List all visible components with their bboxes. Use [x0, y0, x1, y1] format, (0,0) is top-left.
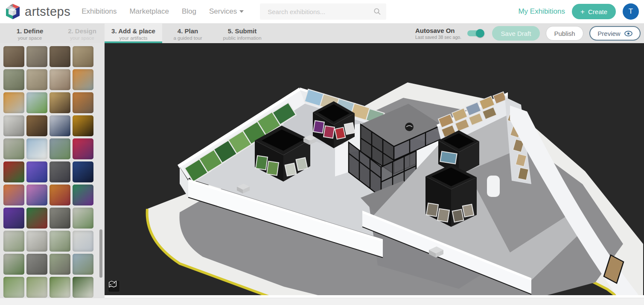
artifact-thumbnail-purple-bridge[interactable]: [3, 208, 24, 229]
artifact-thumbnail-auditorium-warm[interactable]: [26, 115, 47, 136]
artifact-thumbnail-orange-structure[interactable]: [73, 92, 93, 113]
artifact-thumbnail-stone-column[interactable]: [26, 46, 47, 67]
artifact-thumbnail-ornate-wall[interactable]: [50, 69, 70, 90]
artifact-thumbnail-christmas-lights[interactable]: [50, 185, 70, 205]
artifact-thumbnail-fountain-gray[interactable]: [50, 208, 70, 229]
brand-name: artsteps: [25, 5, 70, 19]
save-draft-button[interactable]: Save Draft: [492, 26, 540, 41]
viewport-bottom-gap: [105, 295, 644, 298]
artifact-thumbnail-marble-statue-4[interactable]: [73, 231, 93, 252]
step-define[interactable]: 1. Define your space: [0, 23, 60, 43]
artifact-thumbnail-park-sculpture[interactable]: [26, 277, 47, 298]
artifact-thumbnail-stone-sculpture[interactable]: [26, 254, 47, 275]
step-submit[interactable]: 5. Submit public information: [213, 23, 271, 43]
user-avatar[interactable]: T: [623, 3, 639, 20]
sidebar-scrollbar[interactable]: [99, 229, 102, 278]
artifact-thumbnail-park-statues[interactable]: [3, 277, 24, 298]
artifact-thumbnail-christmas-card[interactable]: [3, 161, 24, 182]
artifact-thumbnail-grid: [0, 43, 105, 298]
steps-actions: Autosave On Last saved 38 sec ago. Save …: [415, 23, 641, 43]
editor-steps-bar: 1. Define your space 2. Design your spac…: [0, 23, 644, 43]
search-box: [260, 3, 386, 20]
artifact-thumbnail-blue-lights-tree[interactable]: [26, 161, 47, 182]
artifact-thumbnail-cafe-interior[interactable]: [50, 92, 70, 113]
artifact-thumbnail-sculpture-bench[interactable]: [50, 277, 70, 298]
chevron-down-icon: [239, 10, 244, 13]
plus-icon: +: [580, 8, 585, 15]
artsteps-cube-icon: [4, 3, 21, 20]
publish-button[interactable]: Publish: [546, 26, 583, 41]
artifact-thumbnail-auditorium-white[interactable]: [3, 115, 24, 136]
artifact-thumbnail-park-roundabout[interactable]: [3, 138, 24, 159]
artifact-thumbnail-marble-statue-1[interactable]: [3, 231, 24, 252]
artifact-thumbnail-market-gate[interactable]: [26, 208, 47, 229]
eye-icon: [624, 31, 632, 36]
preview-button[interactable]: Preview: [589, 26, 641, 41]
artifact-thumbnail-hall-interior[interactable]: [26, 69, 47, 90]
viewport-column: [105, 43, 644, 298]
artifact-thumbnail-modern-building[interactable]: [3, 92, 24, 113]
exhibition-3d-viewport[interactable]: [105, 43, 644, 295]
artifact-thumbnail-sculpture-trees[interactable]: [50, 254, 70, 275]
artifact-thumbnail-interior-painting[interactable]: [50, 46, 70, 67]
artifact-thumbnail-white-statue-trees[interactable]: [73, 277, 93, 298]
my-exhibitions-link[interactable]: My Exhibitions: [518, 7, 565, 16]
nav-blog[interactable]: Blog: [182, 7, 196, 16]
minimap-button[interactable]: [108, 280, 120, 292]
artifact-thumbnail-statue-garden[interactable]: [73, 208, 93, 229]
exhibition-3d-scene: [105, 43, 644, 295]
artifact-thumbnail-market-crowd[interactable]: [50, 161, 70, 182]
nav-services[interactable]: Services: [209, 7, 244, 16]
page-footer: [0, 298, 644, 305]
artifact-thumbnail-statue-park[interactable]: [3, 254, 24, 275]
nav-exhibitions[interactable]: Exhibitions: [82, 7, 117, 16]
artifact-thumbnail-festival-night[interactable]: [73, 138, 93, 159]
white-pillar: [487, 176, 500, 197]
map-icon: [108, 281, 117, 288]
artifact-thumbnail-marble-statue-2[interactable]: [26, 231, 47, 252]
artifact-thumbnail-museum-tapestry[interactable]: [3, 46, 24, 67]
header-right: My Exhibitions + Create T: [518, 3, 639, 20]
artifact-thumbnail-marble-statue-3[interactable]: [50, 231, 70, 252]
autosave-toggle[interactable]: [467, 30, 484, 36]
top-navbar: artsteps Exhibitions Marketplace Blog Se…: [0, 0, 644, 23]
artifact-thumbnail-night-building[interactable]: [50, 115, 70, 136]
toggle-knob: [476, 29, 484, 38]
artifact-thumbnail-angel-night[interactable]: [3, 185, 24, 205]
autosave-status: Autosave On Last saved 38 sec ago.: [415, 27, 461, 39]
artifact-thumbnail-stone-church[interactable]: [73, 46, 93, 67]
artifact-thumbnail-golden-aerial[interactable]: [73, 115, 93, 136]
step-add-place[interactable]: 3. Add & place your artifacts: [105, 23, 162, 43]
artifact-thumbnail-courtyard[interactable]: [3, 69, 24, 90]
artifact-thumbnail-eagle-monument-2[interactable]: [50, 138, 70, 159]
step-plan[interactable]: 4. Plan a guided tour: [162, 23, 213, 43]
artifacts-sidebar: [0, 43, 105, 298]
artifact-thumbnail-fountain-building[interactable]: [73, 254, 93, 275]
create-button[interactable]: + Create: [572, 4, 616, 19]
artifact-thumbnail-park-statue[interactable]: [26, 92, 47, 113]
artifact-thumbnail-pink-sculpture[interactable]: [26, 185, 47, 205]
editor-main: [0, 43, 644, 298]
kiosk-4: [425, 164, 477, 227]
search-icon: [373, 8, 381, 15]
step-design[interactable]: 2. Design your space: [60, 23, 105, 43]
main-nav: Exhibitions Marketplace Blog Services: [82, 7, 244, 16]
artifact-thumbnail-blue-night[interactable]: [73, 161, 93, 182]
search-input[interactable]: [260, 3, 386, 20]
artifact-thumbnail-green-purple-lights[interactable]: [73, 185, 93, 205]
artifact-thumbnail-orange-building[interactable]: [73, 69, 93, 90]
artifact-thumbnail-eagle-monument[interactable]: [26, 138, 47, 159]
artsteps-logo[interactable]: artsteps: [4, 3, 70, 20]
nav-marketplace[interactable]: Marketplace: [129, 7, 169, 16]
